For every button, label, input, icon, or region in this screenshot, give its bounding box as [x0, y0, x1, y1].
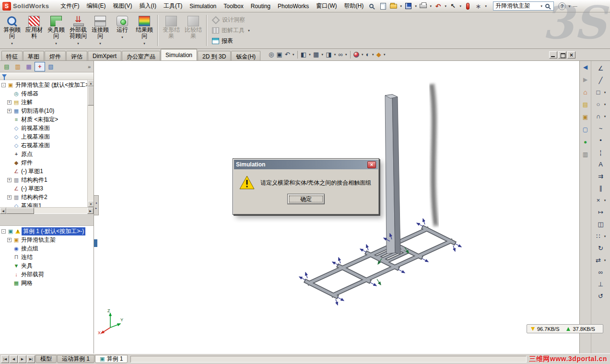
scroll-up-icon[interactable]: ▲: [88, 80, 94, 86]
tree-item-top-plane[interactable]: ◇ 上视基准面: [0, 132, 87, 141]
panel-horizontal-splitter[interactable]: [0, 213, 94, 226]
expand-toggle[interactable]: [7, 281, 12, 285]
menu-file[interactable]: 文件(F): [57, 0, 82, 12]
back-icon[interactable]: ◀: [581, 62, 590, 71]
study-item-joint-group[interactable]: ◉ 接点组: [0, 244, 94, 253]
hide-show-items-icon[interactable]: [338, 50, 344, 59]
expand-toggle[interactable]: [7, 204, 12, 208]
prev-tab-icon[interactable]: ◀: [10, 355, 18, 363]
simulationmanager-tab[interactable]: +: [35, 62, 45, 71]
tab-weldments[interactable]: 焊件: [45, 51, 66, 60]
tree-item-plane1[interactable]: ◇ 基准面1: [0, 201, 87, 207]
panel-tabs-chevron[interactable]: »: [86, 64, 92, 70]
section-view-dropdown[interactable]: [308, 51, 312, 58]
move-dropdown[interactable]: [603, 257, 607, 264]
tree-item-weldment[interactable]: ◆ 焊件: [0, 158, 87, 167]
tree-item-sketch1[interactable]: ∠ (-) 草图1: [0, 167, 87, 176]
arc-dropdown[interactable]: [603, 113, 607, 120]
fixtures-advisor-button[interactable]: 夹具顾问: [45, 13, 67, 47]
results-advisor-dropdown[interactable]: [142, 40, 146, 47]
expand-toggle[interactable]: -: [1, 229, 6, 234]
tree-item-cutlist[interactable]: + ▦ 切割清单(10): [0, 106, 87, 115]
undo-icon[interactable]: ↶: [433, 1, 443, 11]
tree-item-structural-member2[interactable]: + ▥ 结构构件2: [0, 193, 87, 201]
expand-toggle[interactable]: [7, 169, 12, 174]
help-icon[interactable]: ?: [558, 2, 566, 10]
linear-pattern-icon[interactable]: ∷: [593, 230, 609, 242]
next-tab-icon[interactable]: ▶: [18, 355, 26, 363]
section-view-icon[interactable]: [300, 50, 307, 59]
hide-show-dropdown[interactable]: [344, 51, 348, 58]
circle-dropdown[interactable]: [603, 101, 607, 108]
scroll-left-icon[interactable]: ◀: [0, 208, 6, 214]
menu-tools[interactable]: 工具(T): [160, 0, 186, 12]
tree-horizontal-scrollbar[interactable]: ◀ ▶: [0, 207, 94, 213]
featuremanager-tab[interactable]: ▤: [1, 62, 12, 71]
print-icon[interactable]: [418, 1, 428, 11]
save-icon[interactable]: [403, 1, 413, 11]
smart-dimension-icon[interactable]: ∠: [593, 62, 609, 74]
propertymanager-tab[interactable]: ▥: [12, 62, 23, 71]
previous-view-icon[interactable]: [284, 50, 291, 59]
expand-toggle[interactable]: +: [7, 178, 12, 182]
study-item-fixtures[interactable]: ▼ 夹具: [0, 261, 94, 270]
offset-entities-icon[interactable]: ∥: [593, 182, 609, 194]
view-settings-dropdown[interactable]: [383, 51, 387, 58]
design-insight-button[interactable]: 设计洞察: [212, 16, 251, 24]
tree-root[interactable]: - ▣ 升降滑轨主架 (默认<按加工>-: [0, 81, 87, 89]
apply-scene-icon[interactable]: [365, 50, 371, 59]
undo-dropdown[interactable]: [444, 3, 447, 10]
tab-sheet-metal[interactable]: 钣金(H): [231, 51, 260, 60]
menu-routing[interactable]: Routing: [247, 1, 274, 12]
menu-window[interactable]: 窗口(W): [313, 0, 340, 12]
menu-toolbox[interactable]: Toolbox: [220, 1, 246, 12]
point-icon[interactable]: •: [593, 134, 609, 146]
expand-toggle[interactable]: [7, 117, 12, 122]
edit-appearance-icon[interactable]: [352, 50, 360, 59]
forward-icon[interactable]: ▶: [581, 75, 590, 84]
search-icon[interactable]: [369, 4, 374, 8]
expand-toggle[interactable]: -: [1, 83, 6, 87]
window-shade-icon[interactable]: —: [573, 4, 577, 9]
deformed-result-button[interactable]: 变形结果: [160, 13, 182, 47]
tab-motion-study[interactable]: 运动算例 1: [57, 355, 94, 363]
repair-sketch-icon[interactable]: ↺: [593, 290, 609, 302]
tree-item-annotations[interactable]: + ▤ 注解: [0, 98, 87, 106]
tree-item-right-plane[interactable]: ◇ 右视基准面: [0, 141, 87, 150]
expand-toggle[interactable]: [7, 92, 12, 96]
study-item-part[interactable]: + ▣ 升降滑轨主架: [0, 235, 94, 244]
solidworks-resources-icon[interactable]: ⌂: [581, 87, 590, 96]
custom-properties-icon[interactable]: ▥: [581, 150, 590, 159]
collapse-menu-icon[interactable]: ▾: [568, 4, 571, 9]
study-root[interactable]: - ▣ 算例 1 (-默认<按加工>-): [0, 227, 94, 235]
plot-tools-dropdown[interactable]: [247, 27, 251, 34]
file-explorer-icon[interactable]: ▣: [581, 112, 590, 121]
rebuild-icon[interactable]: [463, 1, 473, 11]
expand-toggle[interactable]: [7, 135, 12, 139]
search-box[interactable]: [493, 1, 554, 11]
tree-item-material[interactable]: ≡ 材质 <未指定>: [0, 115, 87, 124]
menu-view[interactable]: 视图(V): [110, 0, 136, 12]
print-dropdown[interactable]: [429, 3, 433, 10]
select-dropdown[interactable]: [458, 3, 462, 10]
search-dropdown[interactable]: [540, 3, 543, 10]
tree-item-structural-member1[interactable]: + ▥ 结构构件1: [0, 176, 87, 184]
panel-splitter-handle[interactable]: [94, 239, 97, 247]
tree-item-origin[interactable]: + 原点: [0, 150, 87, 158]
rectangle-dropdown[interactable]: [603, 89, 607, 96]
expand-toggle[interactable]: [7, 143, 12, 148]
previous-view-dropdown[interactable]: [292, 51, 295, 58]
expand-toggle[interactable]: [7, 126, 12, 130]
results-advisor-button[interactable]: 结果顾问: [133, 13, 155, 47]
circle-icon[interactable]: ○: [593, 98, 609, 110]
open-icon[interactable]: [388, 1, 399, 11]
tree-item-sketch3[interactable]: ∠ (-) 草图3: [0, 184, 87, 193]
display-style-icon[interactable]: [325, 50, 332, 59]
connections-dropdown[interactable]: [98, 40, 102, 47]
external-loads-advisor-button[interactable]: 外部载荷顾问: [67, 13, 89, 47]
plot-tools-button[interactable]: 图解工具: [212, 26, 251, 35]
search-input[interactable]: [495, 3, 538, 10]
study-item-external-loads[interactable]: ↓ 外部载荷: [0, 270, 94, 279]
network-speed-monitor[interactable]: 96.7KB/S 37.8KB/S: [527, 324, 603, 333]
expand-toggle[interactable]: +: [7, 195, 12, 200]
